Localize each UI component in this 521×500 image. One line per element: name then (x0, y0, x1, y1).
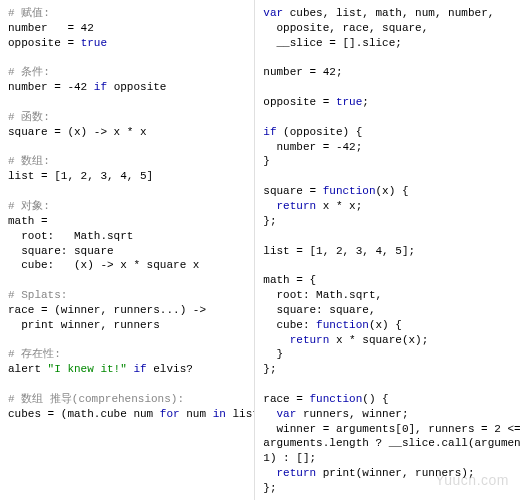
watermark: Yuucn.com (435, 471, 509, 490)
javascript-pane: var cubes, list, math, num, number, oppo… (255, 0, 521, 500)
comment: # 数组 推导(comprehensions): (8, 393, 184, 405)
javascript-code: var cubes, list, math, num, number, oppo… (263, 6, 513, 500)
comment: # 函数: (8, 111, 50, 123)
comment: # 条件: (8, 66, 50, 78)
comment: # 对象: (8, 200, 50, 212)
coffeescript-pane: # 赋值: number = 42 opposite = true # 条件: … (0, 0, 255, 500)
comment: # 数组: (8, 155, 50, 167)
comment: # 存在性: (8, 348, 61, 360)
comment: # 赋值: (8, 7, 50, 19)
coffeescript-code: # 赋值: number = 42 opposite = true # 条件: … (8, 6, 246, 422)
comment: # Splats: (8, 289, 67, 301)
